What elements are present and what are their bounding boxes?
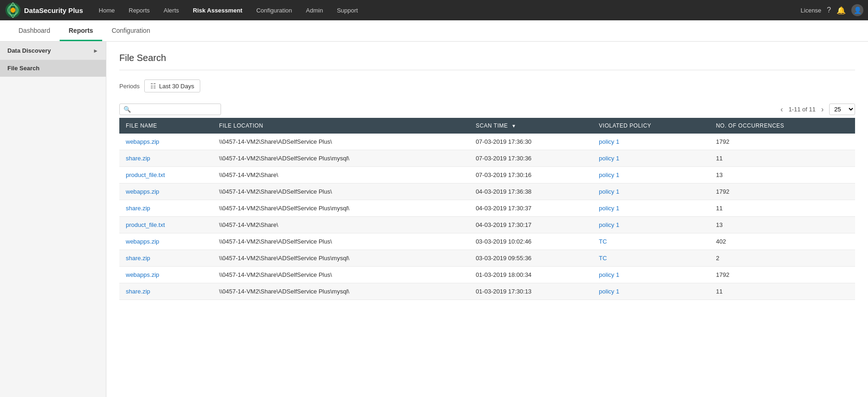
- cell-file-name[interactable]: webapps.zip: [119, 267, 213, 283]
- prev-page-button[interactable]: ‹: [779, 105, 785, 114]
- next-page-button[interactable]: ›: [819, 105, 825, 114]
- cell-file-location: \\0457-14-VM2\Share\ADSelfService Plus\: [213, 183, 469, 200]
- table-row: product_file.txt\\0457-14-VM2\Share\07-0…: [119, 167, 855, 183]
- cell-occurrences: 11: [709, 283, 855, 300]
- top-nav-right: License ? 🔔 👤: [800, 4, 863, 16]
- main-content: File Search Periods ☷ Last 30 Days 🔍 ‹ 1…: [106, 42, 868, 397]
- cell-file-location: \\0457-14-VM2\Share\: [213, 167, 469, 183]
- cell-file-location: \\0457-14-VM2\Share\ADSelfService Plus\: [213, 267, 469, 283]
- cell-violated-policy: policy 1: [592, 283, 709, 300]
- periods-filter-button[interactable]: ☷ Last 30 Days: [144, 79, 200, 92]
- filter-value: Last 30 Days: [159, 83, 194, 90]
- nav-configuration[interactable]: Configuration: [250, 4, 298, 17]
- cell-file-name[interactable]: product_file.txt: [119, 217, 213, 233]
- cell-file-location: \\0457-14-VM2\Share\ADSelfService Plus\: [213, 134, 469, 150]
- cell-file-location: \\0457-14-VM2\Share\ADSelfService Plus\: [213, 233, 469, 250]
- table-header-row: FILE NAME FILE LOCATION SCAN TIME ▼ VIOL…: [119, 118, 855, 134]
- cell-file-name[interactable]: share.zip: [119, 150, 213, 167]
- cell-file-name[interactable]: share.zip: [119, 250, 213, 267]
- user-avatar[interactable]: 👤: [851, 4, 863, 16]
- cell-file-name[interactable]: webapps.zip: [119, 183, 213, 200]
- table-row: webapps.zip\\0457-14-VM2\Share\ADSelfSer…: [119, 267, 855, 283]
- brand[interactable]: DataSecurity Plus: [5, 2, 83, 18]
- table-row: share.zip\\0457-14-VM2\Share\ADSelfServi…: [119, 150, 855, 167]
- per-page-select[interactable]: 25 50 100: [829, 104, 855, 115]
- sidebar-item-file-search[interactable]: File Search: [0, 60, 106, 77]
- chevron-right-icon: ►: [93, 48, 98, 54]
- cell-scan-time: 04-03-2019 17:30:17: [469, 217, 592, 233]
- cell-file-name[interactable]: share.zip: [119, 283, 213, 300]
- col-file-location: FILE LOCATION: [213, 118, 469, 134]
- search-input[interactable]: [133, 106, 217, 113]
- license-link[interactable]: License: [800, 7, 821, 14]
- cell-occurrences: 1792: [709, 134, 855, 150]
- col-occurrences: NO. OF OCCURRENCES: [709, 118, 855, 134]
- col-scan-time[interactable]: SCAN TIME ▼: [469, 118, 592, 134]
- filter-row: Periods ☷ Last 30 Days: [119, 79, 855, 92]
- help-icon[interactable]: ?: [827, 6, 831, 14]
- nav-support[interactable]: Support: [330, 4, 364, 17]
- cell-file-location: \\0457-14-VM2\Share\: [213, 217, 469, 233]
- cell-scan-time: 01-03-2019 17:30:13: [469, 283, 592, 300]
- page-title: File Search: [119, 53, 855, 70]
- sidebar-section-label: Data Discovery: [7, 47, 51, 54]
- svg-point-2: [11, 8, 16, 13]
- table-row: webapps.zip\\0457-14-VM2\Share\ADSelfSer…: [119, 233, 855, 250]
- cell-violated-policy: policy 1: [592, 217, 709, 233]
- layout: Data Discovery ► File Search File Search…: [0, 42, 868, 397]
- nav-risk-assessment[interactable]: Risk Assessment: [186, 4, 249, 17]
- table-header: FILE NAME FILE LOCATION SCAN TIME ▼ VIOL…: [119, 118, 855, 134]
- cell-violated-policy: TC: [592, 250, 709, 267]
- table-row: webapps.zip\\0457-14-VM2\Share\ADSelfSer…: [119, 183, 855, 200]
- cell-file-location: \\0457-14-VM2\Share\ADSelfService Plus\m…: [213, 250, 469, 267]
- nav-reports[interactable]: Reports: [122, 4, 156, 17]
- sidebar-section-data-discovery[interactable]: Data Discovery ►: [0, 42, 106, 60]
- cell-file-location: \\0457-14-VM2\Share\ADSelfService Plus\m…: [213, 200, 469, 217]
- sidebar: Data Discovery ► File Search: [0, 42, 106, 397]
- col-file-name: FILE NAME: [119, 118, 213, 134]
- sidebar-item-label: File Search: [7, 65, 39, 72]
- cell-occurrences: 13: [709, 167, 855, 183]
- cell-occurrences: 2: [709, 250, 855, 267]
- table-row: share.zip\\0457-14-VM2\Share\ADSelfServi…: [119, 283, 855, 300]
- calendar-icon: ☷: [150, 82, 156, 90]
- col-violated-policy: VIOLATED POLICY: [592, 118, 709, 134]
- cell-scan-time: 01-03-2019 18:00:34: [469, 267, 592, 283]
- table-body: webapps.zip\\0457-14-VM2\Share\ADSelfSer…: [119, 134, 855, 300]
- cell-scan-time: 03-03-2019 09:55:36: [469, 250, 592, 267]
- cell-violated-policy: policy 1: [592, 267, 709, 283]
- top-nav-items: Home Reports Alerts Risk Assessment Conf…: [92, 4, 801, 17]
- cell-file-name[interactable]: share.zip: [119, 200, 213, 217]
- cell-occurrences: 1792: [709, 183, 855, 200]
- table-row: webapps.zip\\0457-14-VM2\Share\ADSelfSer…: [119, 134, 855, 150]
- nav-alerts[interactable]: Alerts: [157, 4, 185, 17]
- pagination-info: ‹ 1-11 of 11 › 25 50 100: [779, 104, 855, 115]
- table-row: share.zip\\0457-14-VM2\Share\ADSelfServi…: [119, 200, 855, 217]
- cell-file-name[interactable]: product_file.txt: [119, 167, 213, 183]
- nav-admin[interactable]: Admin: [300, 4, 330, 17]
- search-icon: 🔍: [123, 106, 131, 113]
- tab-dashboard[interactable]: Dashboard: [9, 21, 60, 41]
- cell-violated-policy: TC: [592, 233, 709, 250]
- search-box[interactable]: 🔍: [119, 104, 221, 115]
- cell-occurrences: 1792: [709, 267, 855, 283]
- brand-name: DataSecurity Plus: [24, 6, 83, 14]
- top-nav: DataSecurity Plus Home Reports Alerts Ri…: [0, 0, 868, 20]
- tab-configuration[interactable]: Configuration: [102, 21, 159, 41]
- table-toolbar: 🔍 ‹ 1-11 of 11 › 25 50 100: [119, 104, 855, 115]
- tab-reports[interactable]: Reports: [60, 21, 103, 41]
- cell-violated-policy: policy 1: [592, 183, 709, 200]
- cell-scan-time: 07-03-2019 17:30:16: [469, 167, 592, 183]
- cell-file-name[interactable]: webapps.zip: [119, 134, 213, 150]
- cell-file-location: \\0457-14-VM2\Share\ADSelfService Plus\m…: [213, 150, 469, 167]
- second-nav: Dashboard Reports Configuration: [0, 20, 868, 42]
- cell-file-name[interactable]: webapps.zip: [119, 233, 213, 250]
- nav-home[interactable]: Home: [92, 4, 122, 17]
- filter-label: Periods: [119, 83, 140, 90]
- notification-icon[interactable]: 🔔: [837, 6, 846, 15]
- cell-violated-policy: policy 1: [592, 167, 709, 183]
- data-table: FILE NAME FILE LOCATION SCAN TIME ▼ VIOL…: [119, 118, 855, 300]
- cell-scan-time: 07-03-2019 17:36:30: [469, 134, 592, 150]
- cell-violated-policy: policy 1: [592, 200, 709, 217]
- cell-occurrences: 11: [709, 200, 855, 217]
